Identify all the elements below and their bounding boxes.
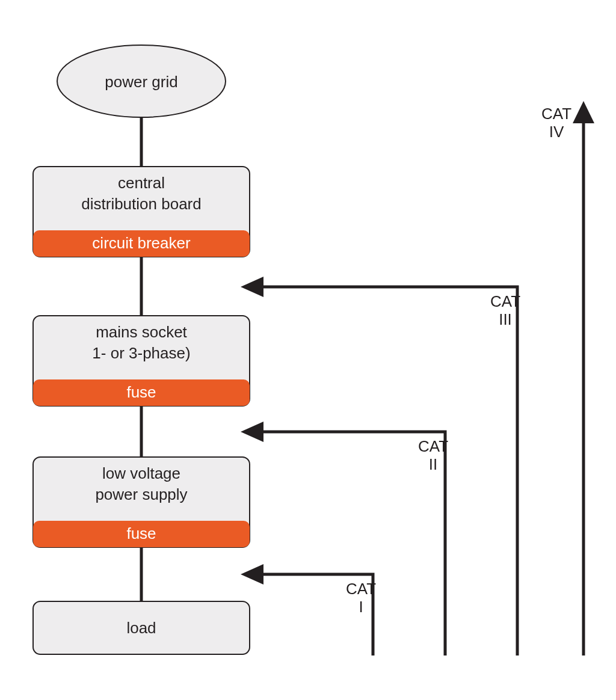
- load-label: load: [126, 619, 156, 637]
- cat2-label-l2: II: [429, 455, 437, 473]
- mains-line2: 1- or 3-phase): [92, 344, 190, 362]
- cat1-arrowhead: [241, 564, 263, 585]
- node-low-voltage: low voltage power supply fuse: [33, 457, 250, 547]
- central-line2: distribution board: [81, 195, 201, 213]
- cat1-label-l2: I: [359, 598, 363, 616]
- cat3-label-l2: III: [499, 310, 512, 328]
- lv-line2: power supply: [95, 485, 187, 503]
- mains-line1: mains socket: [96, 323, 187, 341]
- cat3-label-l1: CAT: [490, 292, 520, 310]
- cat2-path: [259, 432, 445, 655]
- cat4-label-l1: CAT: [541, 105, 571, 123]
- lv-line1: low voltage: [102, 464, 180, 482]
- node-central-distribution: central distribution board circuit break…: [33, 167, 250, 257]
- measurement-category-diagram: power grid central distribution board ci…: [0, 0, 616, 700]
- node-mains-socket: mains socket 1- or 3-phase) fuse: [33, 316, 250, 406]
- cat2-label-l1: CAT: [418, 437, 448, 455]
- cat4-arrowhead: [573, 101, 594, 123]
- cat2-arrowhead: [241, 422, 263, 442]
- node-load: load: [33, 601, 250, 654]
- cat1-label-l1: CAT: [346, 580, 376, 598]
- central-line1: central: [118, 174, 165, 192]
- mains-protection: fuse: [126, 383, 156, 401]
- central-protection: circuit breaker: [92, 234, 191, 252]
- cat3-path: [259, 287, 517, 655]
- cat3-arrowhead: [241, 277, 263, 297]
- cat4-label-l2: IV: [549, 123, 564, 141]
- power-grid-label: power grid: [105, 73, 177, 91]
- lv-protection: fuse: [126, 524, 156, 542]
